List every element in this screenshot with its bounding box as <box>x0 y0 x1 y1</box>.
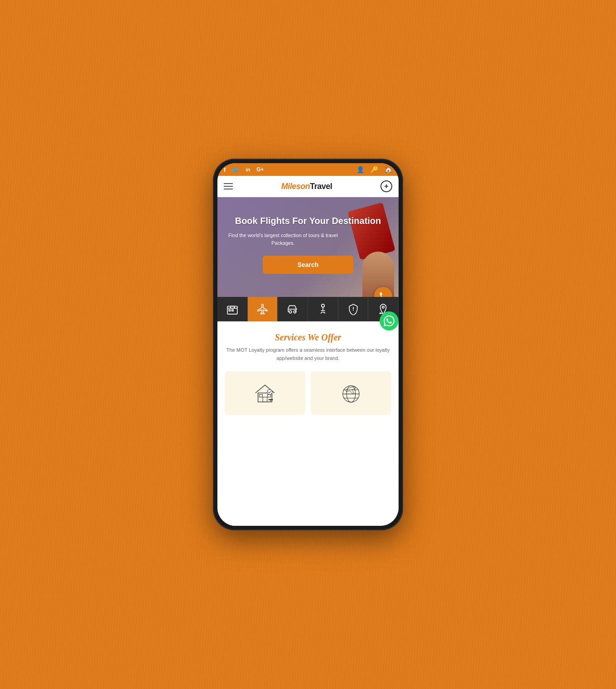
social-bar-right: 👤 🔑 🏠 <box>356 166 392 173</box>
flight-icon <box>257 303 269 315</box>
hero-content: Book Flights For Your Destination Find t… <box>226 215 390 274</box>
svg-point-7 <box>382 306 384 308</box>
linkedin-icon[interactable]: in <box>245 167 250 172</box>
svg-point-6 <box>322 304 325 307</box>
hamburger-line-1 <box>224 183 233 184</box>
service-card-flight[interactable] <box>311 371 391 415</box>
search-button[interactable]: Search <box>263 256 353 274</box>
googleplus-icon[interactable]: G+ <box>256 166 264 173</box>
user-icon[interactable]: 👤 <box>356 166 364 173</box>
twitter-icon[interactable]: 🐦 <box>232 166 239 173</box>
social-icons-group: f 🐦 in G+ <box>224 166 264 173</box>
home-icon[interactable]: 🏠 <box>385 166 392 173</box>
shield-icon <box>347 303 359 315</box>
hamburger-line-2 <box>224 186 233 187</box>
svg-rect-2 <box>232 310 233 311</box>
svg-rect-3 <box>230 306 234 308</box>
phone-frame: f 🐦 in G+ 👤 🔑 🏠 MilesonTravel + <box>213 159 403 530</box>
car-icon <box>287 303 298 315</box>
services-title: Services We Offer <box>225 332 391 343</box>
svg-point-4 <box>289 311 292 313</box>
services-description: The MOT Loyalty program offers a seamles… <box>225 346 391 362</box>
logo-miles: Miles <box>281 182 301 191</box>
guide-icon <box>317 303 329 315</box>
svg-rect-9 <box>263 397 267 402</box>
whatsapp-button[interactable] <box>380 311 399 330</box>
whatsapp-icon <box>384 315 395 326</box>
hero-section: Book Flights For Your Destination Find t… <box>217 197 399 297</box>
services-section: Services We Offer The MOT Loyalty progra… <box>217 321 399 526</box>
hamburger-line-3 <box>224 189 233 189</box>
service-cards <box>225 371 391 415</box>
svg-point-12 <box>267 389 272 394</box>
logo-travel: Travel <box>310 182 332 191</box>
svg-rect-10 <box>259 395 262 398</box>
social-bar: f 🐦 in G+ 👤 🔑 🏠 <box>217 163 399 176</box>
hotel-icon <box>226 303 238 315</box>
hamburger-menu[interactable] <box>224 183 233 189</box>
flight-card-icon <box>338 380 364 406</box>
phone-screen: f 🐦 in G+ 👤 🔑 🏠 MilesonTravel + <box>217 163 399 526</box>
service-card-hotel[interactable] <box>225 371 305 415</box>
svg-rect-11 <box>268 395 271 398</box>
logo-on: on <box>300 182 310 191</box>
svg-rect-13 <box>269 399 272 400</box>
phone-icon <box>379 291 388 297</box>
svg-rect-1 <box>229 310 230 311</box>
hotel-card-icon <box>252 380 278 406</box>
facebook-icon[interactable]: f <box>224 166 226 173</box>
service-insurance[interactable] <box>338 297 369 321</box>
hero-title: Book Flights For Your Destination <box>226 215 390 226</box>
add-button[interactable]: + <box>380 180 392 192</box>
service-guide[interactable] <box>308 297 338 321</box>
login-icon[interactable]: 🔑 <box>371 166 378 173</box>
service-hotel[interactable] <box>217 297 248 321</box>
hero-subtitle: Find the world's largest collection of t… <box>226 232 340 247</box>
logo[interactable]: MilesonTravel <box>281 182 332 191</box>
nav-bar: MilesonTravel + <box>217 176 399 197</box>
service-flight[interactable] <box>248 297 278 321</box>
service-car[interactable] <box>278 297 308 321</box>
services-icon-bar <box>217 297 399 321</box>
